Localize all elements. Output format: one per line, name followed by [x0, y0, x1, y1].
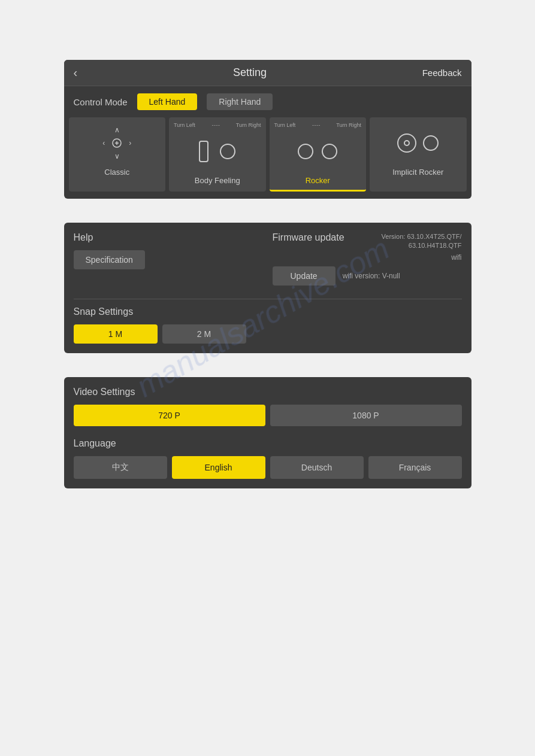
video-panel: Video Settings 720 P 1080 P Language 中文 … — [64, 377, 471, 488]
lang-zh-button[interactable]: 中文 — [74, 456, 167, 479]
video-settings-label: Video Settings — [74, 387, 462, 397]
snap-buttons: 1 M 2 M — [74, 324, 462, 344]
language-label: Language — [74, 438, 462, 449]
setting-panel: ‹ Setting Feedback Control Mode Left Han… — [64, 60, 471, 199]
lang-fr-button[interactable]: Français — [368, 456, 462, 479]
wifi-version: wifi version: V-null — [343, 272, 400, 280]
right-hand-button[interactable]: Right Hand — [207, 93, 273, 110]
classic-label: Classic — [104, 168, 129, 177]
specification-button[interactable]: Specification — [74, 250, 145, 269]
rocker-icon — [294, 130, 341, 172]
video-buttons: 720 P 1080 P — [74, 405, 462, 426]
setting-title: Setting — [233, 66, 267, 79]
update-button[interactable]: Update — [273, 266, 335, 286]
control-mode-section: Control Mode Left Hand Right Hand — [64, 86, 471, 117]
720p-button[interactable]: 720 P — [74, 405, 265, 426]
implicit-rocker-label: Implicit Rocker — [392, 168, 443, 177]
rocker-turn-right: Turn Right — [336, 122, 361, 128]
bf-turn-right: Turn Right — [236, 122, 261, 128]
1080p-button[interactable]: 1080 P — [270, 405, 462, 426]
help-section: Help Specification — [74, 232, 263, 289]
control-options: ∧ ‹ › ∨ Classic — [64, 117, 471, 199]
snap-section: Snap Settings 1 M 2 M — [74, 299, 462, 344]
firmware-wifi-label: wifi — [382, 253, 462, 262]
option-classic[interactable]: ∧ ‹ › ∨ Classic — [69, 117, 166, 192]
rocker-turn-left: Turn Left — [274, 122, 296, 128]
back-button[interactable]: ‹ — [74, 66, 78, 80]
body-feeling-turn-labels: Turn Left - - - - Turn Right — [171, 122, 264, 128]
firmware-section: Firmware update Version: 63.10.X4T25.QTF… — [273, 232, 462, 289]
implicit-rocker-icon — [394, 122, 442, 164]
rocker-turn-labels: Turn Left - - - - Turn Right — [272, 122, 364, 128]
feedback-button[interactable]: Feedback — [422, 68, 462, 78]
help-label: Help — [74, 232, 263, 243]
lang-de-button[interactable]: Deutsch — [270, 456, 364, 479]
option-body-feeling[interactable]: Turn Left - - - - Turn Right Body Feelin… — [169, 117, 266, 192]
setting-header: ‹ Setting Feedback — [64, 60, 471, 86]
snap-label: Snap Settings — [74, 306, 462, 317]
bf-turn-left: Turn Left — [174, 122, 195, 128]
classic-icon: ∧ ‹ › ∨ — [93, 122, 141, 164]
option-rocker[interactable]: Turn Left - - - - Turn Right Rocker — [270, 117, 367, 192]
option-implicit-rocker[interactable]: Implicit Rocker — [370, 117, 467, 192]
language-buttons: 中文 English Deutsch Français — [74, 456, 462, 479]
firmware-version: Version: 63.10.X4T25.QTF/63.10.H4T18.QTF — [382, 232, 462, 251]
lang-en-button[interactable]: English — [172, 456, 265, 479]
help-panel: Help Specification Firmware update Versi… — [64, 223, 471, 353]
rocker-label: Rocker — [306, 176, 330, 185]
snap-1m-button[interactable]: 1 M — [74, 324, 158, 344]
body-feeling-icon — [194, 130, 241, 172]
body-feeling-label: Body Feeling — [195, 176, 240, 185]
control-mode-label: Control Mode — [74, 97, 128, 107]
snap-2m-button[interactable]: 2 M — [162, 324, 246, 344]
left-hand-button[interactable]: Left Hand — [137, 93, 198, 110]
firmware-label: Firmware update — [273, 232, 344, 243]
